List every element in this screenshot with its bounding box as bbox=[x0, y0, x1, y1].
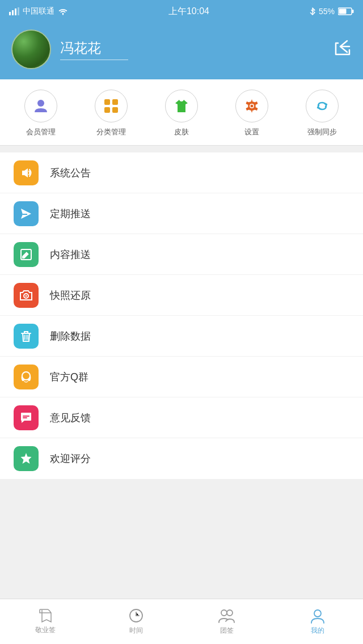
feedback-label: 意见反馈 bbox=[50, 411, 91, 425]
svg-point-19 bbox=[26, 295, 27, 296]
trash-icon bbox=[19, 329, 33, 344]
action-sync[interactable]: 强制同步 bbox=[297, 90, 348, 137]
content-push-label: 内容推送 bbox=[50, 248, 91, 261]
svg-point-7 bbox=[37, 100, 44, 107]
tab-bookmark[interactable]: 敬业签 bbox=[0, 599, 91, 644]
signal-icon bbox=[9, 7, 19, 15]
time-tab-icon bbox=[128, 608, 144, 624]
svg-point-26 bbox=[227, 610, 233, 616]
status-left: 中国联通 bbox=[9, 6, 68, 16]
avatar[interactable] bbox=[11, 29, 51, 69]
svg-rect-9 bbox=[112, 99, 118, 105]
category-icon-circle bbox=[95, 90, 128, 122]
menu-item-qq-group[interactable]: 官方Q群 bbox=[0, 357, 363, 397]
qq-group-label: 官方Q群 bbox=[50, 370, 88, 384]
qq-group-icon-box bbox=[14, 365, 39, 389]
content-push-icon-box bbox=[14, 242, 39, 267]
svg-point-21 bbox=[22, 379, 24, 381]
username-label: 冯花花 bbox=[60, 39, 128, 60]
header-left: 冯花花 bbox=[11, 29, 128, 69]
svg-rect-3 bbox=[18, 7, 19, 15]
svg-rect-10 bbox=[104, 107, 110, 113]
bluetooth-icon bbox=[310, 7, 315, 16]
menu-section: 系统公告 定期推送 内容推送 bbox=[0, 152, 363, 479]
menu-item-restore[interactable]: 快照还原 bbox=[0, 275, 363, 316]
skin-icon-circle bbox=[165, 90, 198, 122]
skin-label: 皮肤 bbox=[174, 127, 189, 137]
sync-icon-circle bbox=[306, 90, 339, 122]
rating-icon-box bbox=[14, 446, 39, 471]
menu-item-announcement[interactable]: 系统公告 bbox=[0, 152, 363, 193]
grid-icon bbox=[103, 98, 120, 115]
shirt-icon bbox=[173, 98, 190, 115]
edit-icon bbox=[19, 247, 33, 262]
avatar-image bbox=[12, 29, 50, 69]
svg-point-27 bbox=[314, 610, 321, 617]
status-right: 55% bbox=[310, 7, 354, 16]
svg-rect-5 bbox=[352, 10, 353, 13]
svg-rect-2 bbox=[15, 9, 16, 15]
svg-rect-6 bbox=[339, 9, 346, 14]
group-tab-icon bbox=[218, 608, 235, 624]
gear-icon bbox=[243, 98, 260, 115]
menu-item-rating[interactable]: 欢迎评分 bbox=[0, 438, 363, 479]
speaker-icon bbox=[19, 166, 33, 180]
menu-item-feedback[interactable]: 意见反馈 bbox=[0, 397, 363, 438]
menu-item-schedule-push[interactable]: 定期推送 bbox=[0, 193, 363, 234]
settings-icon-circle bbox=[235, 90, 268, 122]
svg-point-25 bbox=[221, 610, 227, 616]
action-member[interactable]: 会员管理 bbox=[15, 90, 66, 137]
svg-rect-11 bbox=[112, 107, 118, 113]
share-button[interactable] bbox=[334, 39, 352, 61]
menu-item-content-push[interactable]: 内容推送 bbox=[0, 234, 363, 275]
rating-label: 欢迎评分 bbox=[50, 452, 91, 465]
tab-group-label: 团签 bbox=[220, 626, 234, 635]
menu-item-delete[interactable]: 删除数据 bbox=[0, 316, 363, 357]
category-label: 分类管理 bbox=[96, 127, 126, 137]
svg-point-20 bbox=[22, 372, 30, 380]
svg-rect-0 bbox=[9, 12, 11, 15]
bottom-tabbar: 敬业签 时间 团签 我的 bbox=[0, 599, 363, 644]
member-label: 会员管理 bbox=[26, 127, 56, 137]
camera-icon bbox=[19, 288, 33, 303]
action-skin[interactable]: 皮肤 bbox=[156, 90, 207, 137]
carrier-label: 中国联通 bbox=[23, 6, 54, 16]
schedule-push-label: 定期推送 bbox=[50, 207, 91, 221]
tab-mine-label: 我的 bbox=[311, 626, 324, 635]
status-bar: 中国联通 上午10:04 55% bbox=[0, 0, 363, 23]
announcement-label: 系统公告 bbox=[50, 166, 91, 180]
bookmark-tab-icon bbox=[37, 608, 53, 623]
mine-tab-icon bbox=[310, 608, 326, 624]
star-icon bbox=[19, 451, 33, 466]
sync-icon bbox=[314, 98, 331, 115]
battery-percent: 55% bbox=[319, 7, 335, 16]
tab-mine[interactable]: 我的 bbox=[272, 599, 363, 644]
restore-label: 快照还原 bbox=[50, 289, 91, 302]
send-icon bbox=[19, 206, 33, 221]
share-icon bbox=[334, 39, 352, 57]
tab-time[interactable]: 时间 bbox=[91, 599, 182, 644]
header: 冯花花 bbox=[0, 23, 363, 79]
restore-icon-box bbox=[14, 283, 39, 308]
wifi-icon bbox=[58, 7, 68, 15]
battery-icon bbox=[338, 7, 354, 15]
tab-bookmark-label: 敬业签 bbox=[35, 625, 56, 635]
quick-actions-bar: 会员管理 分类管理 皮肤 设 bbox=[0, 79, 363, 146]
svg-rect-1 bbox=[12, 10, 14, 15]
headset-icon bbox=[19, 370, 33, 384]
delete-icon-box bbox=[14, 324, 39, 349]
tab-group[interactable]: 团签 bbox=[182, 599, 272, 644]
chat-icon bbox=[19, 410, 33, 425]
status-time: 上午10:04 bbox=[168, 6, 209, 18]
feedback-icon-box bbox=[14, 405, 39, 430]
action-settings[interactable]: 设置 bbox=[226, 90, 277, 137]
svg-rect-8 bbox=[104, 99, 110, 105]
svg-point-22 bbox=[28, 379, 30, 381]
announcement-icon-box bbox=[14, 160, 39, 185]
person-icon bbox=[32, 98, 49, 115]
tab-time-label: 时间 bbox=[129, 626, 143, 635]
action-category[interactable]: 分类管理 bbox=[86, 90, 137, 137]
schedule-push-icon-box bbox=[14, 201, 39, 226]
svg-rect-16 bbox=[22, 171, 24, 175]
svg-marker-23 bbox=[21, 453, 32, 464]
